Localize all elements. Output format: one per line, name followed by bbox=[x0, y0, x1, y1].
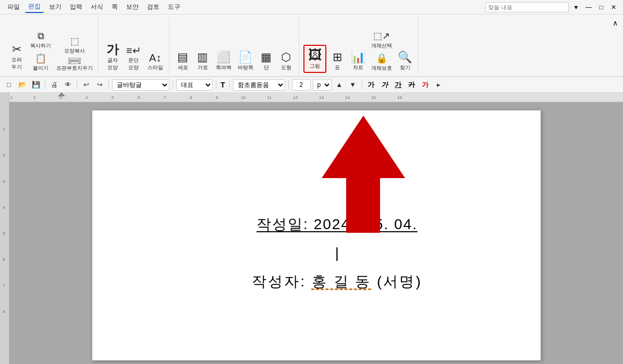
font-size-up-button[interactable]: ▲ bbox=[334, 79, 345, 91]
font-name-select[interactable]: 함초롬돋움 bbox=[233, 79, 285, 91]
menu-page[interactable]: 쪽 bbox=[108, 2, 121, 12]
svg-text:4: 4 bbox=[85, 95, 88, 100]
svg-text:15: 15 bbox=[371, 95, 376, 100]
obj-protect-button[interactable]: 🔒 개체보호 bbox=[369, 52, 394, 73]
search-input[interactable] bbox=[485, 2, 569, 12]
cut-button[interactable]: ✂ 오려두기 bbox=[6, 42, 27, 73]
font-size-unit-select[interactable]: pt bbox=[313, 79, 332, 91]
ribbon-collapse-button[interactable]: ∧ bbox=[610, 17, 620, 29]
cut-icon: ✂ bbox=[12, 44, 21, 55]
new-doc-button[interactable]: □ bbox=[3, 79, 15, 91]
obj-select-icon: ⬚↗ bbox=[373, 30, 390, 42]
svg-text:13: 13 bbox=[319, 95, 324, 100]
chart-button[interactable]: 📊 차트 bbox=[348, 50, 368, 73]
menu-security[interactable]: 보안 bbox=[123, 2, 142, 12]
search-button[interactable]: ▼ bbox=[571, 2, 581, 12]
sep8 bbox=[362, 80, 362, 90]
redo-button[interactable]: ↪ bbox=[94, 79, 105, 91]
sep3 bbox=[108, 80, 109, 90]
ruler-horizontal: 1 2 3 4 5 6 7 8 9 10 11 12 13 14 15 16 bbox=[9, 93, 623, 102]
obj-select-button[interactable]: ⬚↗ 개체선택 bbox=[369, 29, 394, 51]
svg-text:12: 12 bbox=[293, 95, 298, 100]
menu-review[interactable]: 검토 bbox=[144, 2, 163, 12]
chart-icon: 📊 bbox=[351, 52, 365, 63]
menu-bar: 파일 편집 보기 입력 서식 쪽 보안 검토 도구 ▼ — □ ✕ bbox=[0, 0, 623, 15]
sep6 bbox=[229, 80, 230, 90]
horizontal-button[interactable]: ▥ 가로 bbox=[193, 50, 212, 73]
style-button[interactable]: A↕ 스타일 bbox=[145, 51, 166, 73]
ruler-corner bbox=[0, 93, 9, 102]
background-page-button[interactable]: 📄 바탕쪽 bbox=[235, 50, 256, 73]
preview-button[interactable]: 👁 bbox=[62, 79, 74, 91]
strikethrough-button[interactable]: 가 bbox=[406, 79, 418, 91]
undo-button[interactable]: ↩ bbox=[80, 79, 92, 91]
symbol-icon: [###] bbox=[68, 58, 81, 64]
menu-edit[interactable]: 편집 bbox=[25, 1, 44, 13]
menu-file[interactable]: 파일 bbox=[4, 2, 23, 12]
bold-button[interactable]: 가 bbox=[365, 79, 377, 91]
minimize-button[interactable]: — bbox=[583, 2, 594, 12]
svg-marker-17 bbox=[58, 93, 65, 96]
arrow-body bbox=[346, 178, 380, 233]
menu-format[interactable]: 서식 bbox=[88, 2, 106, 12]
sep7 bbox=[288, 80, 289, 90]
font-size-input[interactable] bbox=[292, 79, 311, 91]
symbol-clear-button[interactable]: [###] 조판부호지우기 bbox=[54, 57, 95, 73]
svg-text:5: 5 bbox=[112, 95, 114, 100]
author-label: 작성자: bbox=[252, 273, 312, 290]
svg-text:7: 7 bbox=[3, 283, 5, 288]
color-button[interactable]: 가 bbox=[420, 79, 431, 91]
ruler-vertical: 1 2 3 4 5 6 7 8 bbox=[0, 102, 9, 364]
picture-button[interactable]: 🖼 그림 bbox=[303, 45, 326, 73]
ruler-area: 1 2 3 4 5 6 7 8 9 10 11 12 13 14 15 16 bbox=[0, 93, 623, 102]
author-name: 홍 길 동 bbox=[312, 273, 372, 290]
font-style-icon: 가 bbox=[106, 43, 119, 56]
paste-button[interactable]: 📋 붙이기 bbox=[28, 52, 53, 73]
underline-button[interactable]: 가 bbox=[393, 79, 404, 91]
font-size-down-button[interactable]: ▼ bbox=[347, 79, 359, 91]
menu-view[interactable]: 보기 bbox=[46, 2, 65, 12]
print-button[interactable]: 🖨 bbox=[48, 79, 60, 91]
toolbar2: □ 📂 💾 🖨 👁 ↩ ↪ 글바탕글 대표 T 함초롬돋움 pt ▲ ▼ 가 가… bbox=[0, 77, 623, 93]
font-style-button[interactable]: 가 글자모양 bbox=[103, 42, 123, 73]
sep1 bbox=[45, 80, 45, 90]
para-style-button[interactable]: ≡↵ 문단모양 bbox=[124, 44, 144, 73]
svg-text:16: 16 bbox=[397, 95, 402, 100]
svg-text:8: 8 bbox=[3, 309, 5, 314]
font-style-select[interactable]: 대표 bbox=[176, 79, 213, 91]
vertical-button[interactable]: ▤ 세로 bbox=[174, 50, 192, 73]
table-button[interactable]: ⊞ 표 bbox=[327, 50, 347, 73]
columns-button[interactable]: ▦ 단 bbox=[257, 50, 276, 73]
author-signature: (서명) bbox=[371, 273, 422, 290]
document-page: 작성일: 2024 . 05. 04. | 작성자: 홍 길 동 (서명) bbox=[92, 110, 541, 360]
save-file-button[interactable]: 💾 bbox=[30, 79, 42, 91]
find-button[interactable]: 🔍 찾기 bbox=[395, 50, 415, 73]
shapes-button[interactable]: ⬡ 도형 bbox=[277, 50, 296, 73]
ribbon-group-layout: ▤ 세로 ▥ 가로 ⬜ 쪽여백 📄 바탕쪽 ▦ 단 bbox=[170, 17, 299, 74]
cursor-line[interactable]: | bbox=[335, 245, 339, 261]
copy-button[interactable]: ⧉ 복사하기 bbox=[28, 30, 53, 51]
page-area: 1 2 3 4 5 6 7 8 작성일: 2024 . 05. 04. | 작성… bbox=[0, 102, 623, 364]
ribbon-group-clipboard: ✂ 오려두기 ⧉ 복사하기 📋 붙이기 ⬚ bbox=[3, 17, 99, 74]
shape-copy-button[interactable]: ⬚ 모양복사 bbox=[54, 34, 95, 56]
maximize-button[interactable]: □ bbox=[596, 2, 606, 12]
page-margin-button[interactable]: ⬜ 쪽여백 bbox=[213, 50, 234, 73]
sep4 bbox=[173, 80, 173, 90]
open-file-button[interactable]: 📂 bbox=[17, 79, 28, 91]
font-family-select[interactable]: 글바탕글 bbox=[112, 79, 169, 91]
svg-text:3: 3 bbox=[3, 179, 5, 184]
svg-text:1: 1 bbox=[10, 95, 13, 100]
menu-tools[interactable]: 도구 bbox=[165, 2, 184, 12]
ribbon: ✂ 오려두기 ⧉ 복사하기 📋 붙이기 ⬚ bbox=[0, 15, 623, 77]
find-icon: 🔍 bbox=[398, 52, 412, 63]
svg-text:2: 2 bbox=[3, 153, 5, 158]
svg-text:14: 14 bbox=[345, 95, 350, 100]
more-format-button[interactable]: ▸ bbox=[433, 79, 445, 91]
page-margin-icon: ⬜ bbox=[216, 52, 230, 63]
ribbon-group-insert: 🖼 그림 ⊞ 표 📊 차트 ⬚↗ 개체선택 🔒 bbox=[300, 17, 419, 74]
vertical-icon: ▤ bbox=[177, 52, 188, 63]
close-button[interactable]: ✕ bbox=[608, 2, 619, 12]
menu-input[interactable]: 입력 bbox=[67, 2, 85, 12]
author-line: 작성자: 홍 길 동 (서명) bbox=[252, 272, 422, 292]
italic-button[interactable]: 가 bbox=[379, 79, 390, 91]
